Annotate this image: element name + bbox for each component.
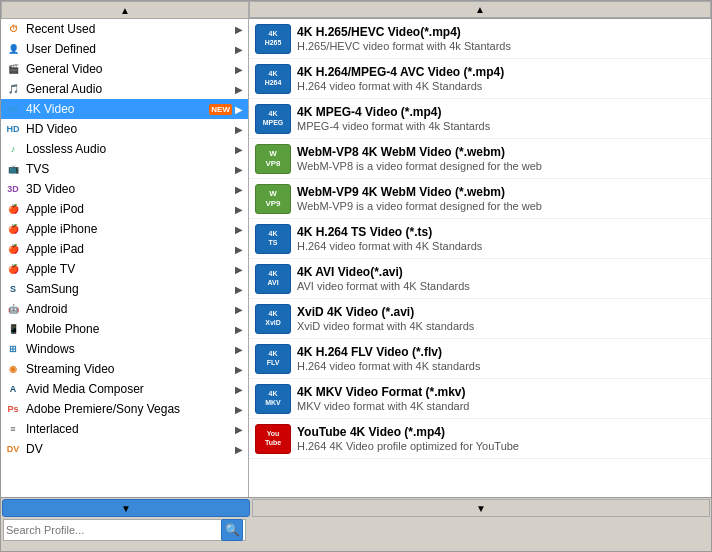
webm-vp9-icon: W VP9	[255, 184, 291, 214]
4k-mpeg4-desc: MPEG-4 video format with 4k Stantards	[297, 120, 705, 132]
right-item-4k-mkv[interactable]: 4K MKV4K MKV Video Format (*.mkv)MKV vid…	[249, 379, 711, 419]
right-item-webm-vp9[interactable]: W VP9WebM-VP9 4K WebM Video (*.webm)WebM…	[249, 179, 711, 219]
4k-h264-ts-title: 4K H.264 TS Video (*.ts)	[297, 225, 705, 239]
left-item-general-video[interactable]: 🎬General Video▶	[1, 59, 248, 79]
android-icon: 🤖	[3, 301, 23, 317]
adobe-premiere-arrow-icon: ▶	[232, 404, 246, 415]
left-item-apple-ipad[interactable]: 🍎Apple iPad▶	[1, 239, 248, 259]
android-label: Android	[26, 302, 232, 316]
tvs-arrow-icon: ▶	[232, 164, 246, 175]
left-item-streaming-video[interactable]: ◉Streaming Video▶	[1, 359, 248, 379]
youtube-4k-icon: You Tube	[255, 424, 291, 454]
left-item-samsung[interactable]: SSamSung▶	[1, 279, 248, 299]
left-item-3d-video[interactable]: 3D3D Video▶	[1, 179, 248, 199]
4k-h265-icon: 4K H265	[255, 24, 291, 54]
avid-media-label: Avid Media Composer	[26, 382, 232, 396]
apple-iphone-label: Apple iPhone	[26, 222, 232, 236]
samsung-label: SamSung	[26, 282, 232, 296]
right-item-4k-h264-flv[interactable]: 4K FLV4K H.264 FLV Video (*.flv)H.264 vi…	[249, 339, 711, 379]
apple-ipod-icon: 🍎	[3, 201, 23, 217]
right-item-4k-h265[interactable]: 4K H2654K H.265/HEVC Video(*.mp4)H.265/H…	[249, 19, 711, 59]
right-scroll-down-button[interactable]: ▼	[252, 499, 710, 517]
apple-tv-icon: 🍎	[3, 261, 23, 277]
left-item-android[interactable]: 🤖Android▶	[1, 299, 248, 319]
4k-mpeg4-title: 4K MPEG-4 Video (*.mp4)	[297, 105, 705, 119]
left-scroll-up-button[interactable]: ▲	[1, 1, 249, 19]
interlaced-arrow-icon: ▶	[232, 424, 246, 435]
general-audio-label: General Audio	[26, 82, 232, 96]
right-item-4k-h264-ts[interactable]: 4K TS4K H.264 TS Video (*.ts)H.264 video…	[249, 219, 711, 259]
xvid-4k-desc: XviD video format with 4K standards	[297, 320, 705, 332]
4k-h264-flv-desc: H.264 video format with 4K standards	[297, 360, 705, 372]
apple-iphone-icon: 🍎	[3, 221, 23, 237]
left-item-lossless-audio[interactable]: ♪Lossless Audio▶	[1, 139, 248, 159]
xvid-4k-icon: 4K XviD	[255, 304, 291, 334]
3d-video-icon: 3D	[3, 181, 23, 197]
samsung-icon: S	[3, 281, 23, 297]
left-item-recent-used[interactable]: ⏱Recent Used▶	[1, 19, 248, 39]
right-item-xvid-4k[interactable]: 4K XviDXviD 4K Video (*.avi)XviD video f…	[249, 299, 711, 339]
content-area: ⏱Recent Used▶👤User Defined▶🎬General Vide…	[1, 19, 711, 497]
search-input[interactable]	[6, 524, 221, 536]
right-item-youtube-4k[interactable]: You TubeYouTube 4K Video (*.mp4)H.264 4K…	[249, 419, 711, 459]
up-arrow-icon: ▲	[120, 5, 130, 16]
left-item-mobile-phone[interactable]: 📱Mobile Phone▶	[1, 319, 248, 339]
apple-ipad-label: Apple iPad	[26, 242, 232, 256]
interlaced-label: Interlaced	[26, 422, 232, 436]
webm-vp9-text: WebM-VP9 4K WebM Video (*.webm)WebM-VP9 …	[297, 185, 705, 212]
4k-mkv-title: 4K MKV Video Format (*.mkv)	[297, 385, 705, 399]
apple-ipad-icon: 🍎	[3, 241, 23, 257]
youtube-4k-text: YouTube 4K Video (*.mp4)H.264 4K Video p…	[297, 425, 705, 452]
4k-h265-desc: H.265/HEVC video format with 4k Stantard…	[297, 40, 705, 52]
4k-h264-ts-text: 4K H.264 TS Video (*.ts)H.264 video form…	[297, 225, 705, 252]
dv-arrow-icon: ▶	[232, 444, 246, 455]
left-item-user-defined[interactable]: 👤User Defined▶	[1, 39, 248, 59]
left-item-windows[interactable]: ⊞Windows▶	[1, 339, 248, 359]
right-item-4k-h264-mpeg4[interactable]: 4K H2644K H.264/MPEG-4 AVC Video (*.mp4)…	[249, 59, 711, 99]
general-video-icon: 🎬	[3, 61, 23, 77]
webm-vp8-text: WebM-VP8 4K WebM Video (*.webm)WebM-VP8 …	[297, 145, 705, 172]
left-item-general-audio[interactable]: 🎵General Audio▶	[1, 79, 248, 99]
windows-arrow-icon: ▶	[232, 344, 246, 355]
left-item-tvs[interactable]: 📺TVS▶	[1, 159, 248, 179]
dv-label: DV	[26, 442, 232, 456]
right-scroll-up-button[interactable]: ▲	[249, 1, 711, 18]
4k-h264-mpeg4-icon: 4K H264	[255, 64, 291, 94]
search-button[interactable]: 🔍	[221, 519, 243, 541]
left-item-4k-video[interactable]: 4K4K VideoNEW▶	[1, 99, 248, 119]
hd-video-arrow-icon: ▶	[232, 124, 246, 135]
3d-video-label: 3D Video	[26, 182, 232, 196]
samsung-arrow-icon: ▶	[232, 284, 246, 295]
4k-h264-mpeg4-text: 4K H.264/MPEG-4 AVC Video (*.mp4)H.264 v…	[297, 65, 705, 92]
apple-tv-label: Apple TV	[26, 262, 232, 276]
youtube-4k-desc: H.264 4K Video profile optimized for You…	[297, 440, 705, 452]
search-icon: 🔍	[225, 523, 240, 537]
windows-icon: ⊞	[3, 341, 23, 357]
4k-h264-mpeg4-desc: H.264 video format with 4K Standards	[297, 80, 705, 92]
left-item-hd-video[interactable]: HDHD Video▶	[1, 119, 248, 139]
left-item-avid-media[interactable]: AAvid Media Composer▶	[1, 379, 248, 399]
3d-video-arrow-icon: ▶	[232, 184, 246, 195]
mobile-phone-icon: 📱	[3, 321, 23, 337]
right-item-webm-vp8[interactable]: W VP8WebM-VP8 4K WebM Video (*.webm)WebM…	[249, 139, 711, 179]
general-video-label: General Video	[26, 62, 232, 76]
search-input-wrap: 🔍	[3, 519, 246, 541]
4k-avi-title: 4K AVI Video(*.avi)	[297, 265, 705, 279]
left-item-apple-tv[interactable]: 🍎Apple TV▶	[1, 259, 248, 279]
user-defined-arrow-icon: ▶	[232, 44, 246, 55]
right-item-4k-mpeg4[interactable]: 4K MPEG4K MPEG-4 Video (*.mp4)MPEG-4 vid…	[249, 99, 711, 139]
lossless-audio-icon: ♪	[3, 141, 23, 157]
general-audio-icon: 🎵	[3, 81, 23, 97]
left-item-apple-ipod[interactable]: 🍎Apple iPod▶	[1, 199, 248, 219]
left-item-interlaced[interactable]: ≡Interlaced▶	[1, 419, 248, 439]
avid-media-icon: A	[3, 381, 23, 397]
left-item-dv[interactable]: DVDV▶	[1, 439, 248, 459]
webm-vp8-title: WebM-VP8 4K WebM Video (*.webm)	[297, 145, 705, 159]
mobile-phone-label: Mobile Phone	[26, 322, 232, 336]
left-item-adobe-premiere[interactable]: PsAdobe Premiere/Sony Vegas▶	[1, 399, 248, 419]
interlaced-icon: ≡	[3, 421, 23, 437]
left-item-apple-iphone[interactable]: 🍎Apple iPhone▶	[1, 219, 248, 239]
user-defined-label: User Defined	[26, 42, 232, 56]
left-scroll-down-button[interactable]: ▼	[2, 499, 250, 517]
right-item-4k-avi[interactable]: 4K AVI4K AVI Video(*.avi)AVI video forma…	[249, 259, 711, 299]
